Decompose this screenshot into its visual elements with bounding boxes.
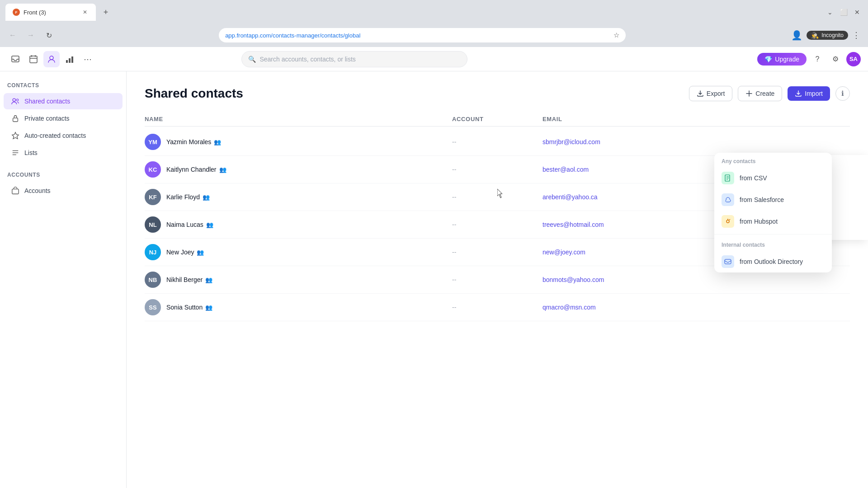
back-button[interactable]: ← [5, 28, 20, 42]
col-email: Email [542, 116, 850, 122]
shared-icon: 👥 [203, 194, 210, 201]
import-dropdown: Any contacts from CSV from Salesforce [714, 153, 832, 272]
table-row[interactable]: YM Yazmin Morales 👥 -- sbmrjbr@icloud.co… [145, 128, 850, 156]
avatar: NB [145, 272, 161, 288]
contact-name-cell: NB Nikhil Berger 👥 [145, 272, 452, 288]
contact-name: New Joey 👥 [166, 249, 204, 256]
user-avatar[interactable]: SA [846, 52, 861, 66]
sidebar-item-label-shared: Shared contacts [24, 98, 70, 105]
avatar: KF [145, 189, 161, 205]
col-account: Account [452, 116, 542, 122]
incognito-label: Incognito [821, 32, 844, 38]
svg-point-9 [13, 99, 15, 101]
account-cell: -- [452, 166, 542, 173]
sidebar-item-label-auto: Auto-created contacts [24, 132, 86, 139]
maximize-button[interactable]: ⬜ [838, 7, 849, 18]
shared-contacts-icon [11, 97, 20, 106]
import-label: Import [805, 90, 823, 97]
accounts-icon [11, 186, 20, 195]
search-bar[interactable]: 🔍 Search accounts, contacts, or lists [241, 51, 467, 67]
import-hubspot-item[interactable]: from Hubspot [714, 211, 832, 232]
page-title: Shared contacts [145, 86, 243, 101]
minimize-button[interactable]: ⌄ [825, 7, 835, 18]
svg-point-10 [16, 99, 19, 101]
contact-name: Nikhil Berger 👥 [166, 276, 212, 283]
sidebar-item-lists[interactable]: Lists [4, 145, 123, 161]
profile-icon[interactable]: 👤 [788, 27, 805, 43]
svg-rect-11 [13, 118, 18, 122]
browser-tab[interactable]: F Front (3) ✕ [5, 4, 96, 21]
svg-rect-7 [69, 58, 71, 63]
import-outlook-item[interactable]: from Outlook Directory [714, 251, 832, 272]
bookmark-icon[interactable]: ☆ [613, 31, 619, 39]
account-cell: -- [452, 193, 542, 201]
browser-menu-button[interactable]: ⋮ [850, 29, 863, 42]
settings-icon[interactable]: ⚙ [828, 52, 843, 66]
upgrade-button[interactable]: 💎 Upgrade [757, 53, 807, 66]
email-cell: qmacro@msn.com [542, 304, 850, 311]
avatar: NL [145, 216, 161, 233]
avatar: NJ [145, 244, 161, 260]
salesforce-icon [722, 193, 734, 206]
create-label: Create [755, 90, 774, 97]
shared-icon: 👥 [197, 249, 204, 256]
contact-name-cell: NL Naima Lucas 👥 [145, 216, 452, 233]
inbox-icon[interactable] [7, 51, 24, 67]
import-salesforce-item[interactable]: from Salesforce [714, 189, 832, 211]
contact-name: Kaitlynn Chandler 👥 [166, 166, 226, 173]
window-controls: ⌄ ⬜ ✕ [825, 7, 863, 18]
create-button[interactable]: Create [738, 86, 782, 101]
shared-icon: 👥 [206, 221, 213, 228]
contacts-icon[interactable] [43, 51, 60, 67]
hubspot-label: from Hubspot [740, 218, 778, 225]
import-button[interactable]: Import [788, 86, 830, 101]
tab-favicon: F [13, 9, 20, 16]
shared-icon: 👥 [205, 304, 212, 311]
account-cell: -- [452, 221, 542, 228]
shared-icon: 👥 [214, 139, 221, 145]
table-row[interactable]: SS Sonia Sutton 👥 -- qmacro@msn.com [145, 294, 850, 321]
contacts-section-header: Contacts [0, 79, 126, 92]
main-layout: Contacts Shared contacts Private contact… [0, 71, 868, 488]
incognito-badge: 🕵 Incognito [807, 31, 848, 40]
account-cell: -- [452, 276, 542, 283]
outlook-label: from Outlook Directory [740, 258, 803, 265]
info-button[interactable]: ℹ [835, 86, 850, 101]
export-button[interactable]: Export [689, 86, 732, 101]
content-area: Shared contacts Export Create Import ℹ [127, 71, 868, 488]
svg-point-23 [726, 220, 729, 223]
account-cell: -- [452, 138, 542, 145]
calendar-icon[interactable] [25, 51, 42, 67]
upgrade-label: Upgrade [775, 56, 799, 63]
help-icon[interactable]: ? [810, 52, 825, 66]
avatar: KC [145, 161, 161, 178]
analytics-icon[interactable] [61, 51, 78, 67]
sidebar-item-accounts[interactable]: Accounts [4, 183, 123, 199]
contact-name-cell: SS Sonia Sutton 👥 [145, 299, 452, 315]
tab-close-button[interactable]: ✕ [81, 9, 89, 16]
reload-button[interactable]: ↻ [42, 28, 56, 42]
svg-marker-12 [12, 132, 19, 139]
sidebar-item-shared-contacts[interactable]: Shared contacts [4, 93, 123, 109]
svg-rect-6 [66, 60, 68, 63]
svg-rect-16 [12, 189, 19, 194]
sidebar-item-label-private: Private contacts [24, 115, 70, 122]
forward-button[interactable]: → [24, 28, 38, 42]
close-button[interactable]: ✕ [852, 7, 863, 18]
search-icon: 🔍 [248, 56, 256, 63]
svg-rect-1 [30, 56, 37, 63]
new-tab-button[interactable]: + [99, 6, 112, 19]
sidebar-item-auto-created[interactable]: Auto-created contacts [4, 127, 123, 144]
more-icon[interactable]: ⋯ [80, 51, 96, 67]
hubspot-icon [722, 215, 734, 228]
internal-contacts-label: Internal contacts [714, 236, 832, 251]
import-csv-item[interactable]: from CSV [714, 167, 832, 189]
account-cell: -- [452, 249, 542, 256]
account-cell: -- [452, 304, 542, 311]
sidebar-item-private-contacts[interactable]: Private contacts [4, 110, 123, 127]
avatar: SS [145, 299, 161, 315]
tab-title: Front (3) [24, 9, 46, 16]
page-header: Shared contacts Export Create Import ℹ [145, 86, 850, 101]
address-bar[interactable]: app.frontapp.com/contacts-manager/contac… [219, 28, 626, 42]
contact-name-cell: KC Kaitlynn Chandler 👥 [145, 161, 452, 178]
